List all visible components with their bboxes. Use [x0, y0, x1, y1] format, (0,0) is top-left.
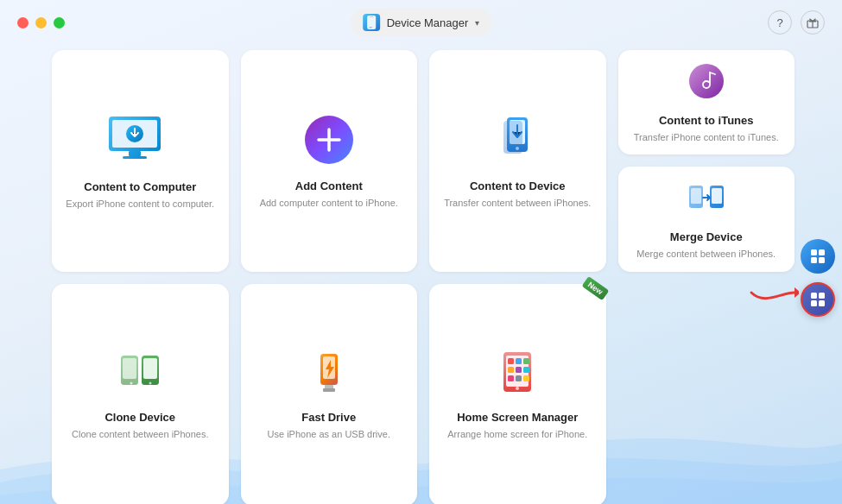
svg-point-27: [130, 382, 133, 385]
clone-device-icon: [116, 349, 164, 397]
svg-rect-21: [712, 188, 722, 204]
card-desc-content-to-computer: Export iPhone content to computer.: [66, 198, 214, 211]
merge-device-icon: [687, 179, 725, 217]
icon-content-to-itunes-wrap: [687, 62, 725, 104]
side-panel-active-button[interactable]: [801, 282, 835, 317]
svg-marker-49: [795, 287, 799, 298]
icon-home-screen-manager-wrap: [495, 349, 540, 400]
icon-fast-drive-wrap: [307, 349, 351, 400]
svg-rect-32: [323, 388, 335, 392]
side-panel-top-button[interactable]: [801, 239, 835, 274]
svg-rect-1: [369, 27, 372, 28]
svg-rect-35: [508, 358, 514, 364]
svg-rect-26: [123, 358, 136, 379]
svg-rect-41: [508, 375, 514, 381]
maximize-button[interactable]: [54, 17, 65, 28]
add-content-icon: [303, 114, 355, 166]
icon-add-content-wrap: [303, 114, 355, 169]
card-merge-device[interactable]: Merge Device Merge content between iPhon…: [618, 167, 795, 271]
svg-rect-2: [370, 16, 373, 17]
svg-rect-39: [516, 367, 522, 373]
card-title-merge-device: Merge Device: [670, 230, 743, 243]
content-to-itunes-icon: [687, 62, 725, 100]
svg-rect-8: [129, 151, 141, 156]
card-add-content[interactable]: Add Content Add computer content to iPho…: [241, 50, 418, 272]
card-home-screen-manager[interactable]: New: [429, 284, 606, 504]
card-title-content-to-itunes: Content to iTunes: [659, 114, 754, 127]
svg-rect-43: [523, 375, 529, 381]
card-desc-merge-device: Merge content between iPhones.: [636, 248, 776, 261]
title-bar: Device Manager ▾ ?: [0, 0, 842, 41]
svg-rect-25: [143, 358, 157, 379]
svg-rect-42: [516, 375, 522, 381]
card-title-fast-drive: Fast Drive: [301, 411, 356, 424]
svg-rect-47: [811, 257, 817, 263]
card-title-content-to-device: Content to Device: [470, 180, 566, 192]
svg-rect-36: [516, 358, 522, 364]
traffic-lights: [17, 17, 65, 28]
icon-clone-device-wrap: [116, 349, 164, 400]
app-icon: [363, 14, 380, 31]
svg-rect-37: [523, 358, 529, 364]
title-actions: ?: [768, 10, 825, 35]
svg-point-44: [516, 387, 519, 390]
svg-rect-50: [811, 293, 817, 299]
svg-rect-17: [503, 121, 522, 154]
card-desc-content-to-itunes: Transfer iPhone content to iTunes.: [634, 131, 779, 144]
card-title-home-screen-manager: Home Screen Manager: [457, 411, 578, 424]
svg-rect-48: [819, 257, 825, 263]
card-desc-add-content: Add computer content to iPhone.: [260, 197, 398, 210]
card-title-clone-device: Clone Device: [104, 411, 175, 424]
svg-rect-38: [508, 367, 514, 373]
col-last: Content to iTunes Transfer iPhone conten…: [618, 50, 795, 272]
card-title-add-content: Add Content: [295, 180, 363, 192]
svg-rect-51: [819, 293, 825, 299]
svg-rect-52: [811, 300, 817, 306]
feature-grid: Content to Computer Export iPhone conten…: [52, 50, 795, 504]
fast-drive-icon: [307, 349, 351, 397]
gift-button[interactable]: [801, 10, 825, 35]
card-fast-drive[interactable]: Fast Drive Use iPhone as an USB drive.: [241, 284, 418, 504]
dropdown-arrow-icon: ▾: [475, 18, 479, 28]
close-button[interactable]: [17, 17, 28, 28]
svg-rect-46: [819, 249, 825, 255]
card-content-to-device[interactable]: Content to Device Transfer content betwe…: [429, 50, 606, 272]
card-desc-fast-drive: Use iPhone as an USB drive.: [268, 428, 390, 441]
minimize-button[interactable]: [35, 17, 47, 28]
app-title-text: Device Manager: [387, 16, 469, 29]
app-title-dropdown[interactable]: Device Manager ▾: [351, 9, 492, 36]
icon-content-to-device-wrap: [491, 114, 543, 169]
content-to-device-icon: [491, 114, 543, 166]
svg-point-28: [149, 382, 152, 385]
icon-content-computer-wrap: [105, 113, 174, 170]
icon-merge-device-wrap: [687, 179, 725, 220]
content-to-computer-icon: [105, 113, 174, 167]
svg-rect-9: [123, 156, 147, 159]
card-desc-content-to-device: Transfer content between iPhones.: [444, 197, 591, 210]
side-panel: [801, 239, 835, 317]
svg-rect-40: [523, 367, 529, 373]
card-desc-clone-device: Clone content between iPhones.: [72, 428, 208, 441]
card-content-to-computer[interactable]: Content to Computer Export iPhone conten…: [52, 50, 229, 272]
main-content: Content to Computer Export iPhone conten…: [0, 41, 842, 504]
help-button[interactable]: ?: [768, 10, 792, 35]
card-clone-device[interactable]: Clone Device Clone content between iPhon…: [52, 284, 229, 504]
card-content-to-itunes[interactable]: Content to iTunes Transfer iPhone conten…: [618, 50, 795, 154]
svg-rect-45: [811, 249, 817, 255]
new-badge: New: [582, 276, 609, 300]
arrow-indicator: [747, 275, 799, 310]
svg-rect-22: [691, 188, 701, 204]
svg-rect-53: [819, 300, 825, 306]
card-title-content-to-computer: Content to Computer: [84, 180, 196, 193]
home-screen-manager-icon: [495, 349, 540, 397]
card-desc-home-screen-manager: Arrange home screen for iPhone.: [447, 428, 587, 441]
